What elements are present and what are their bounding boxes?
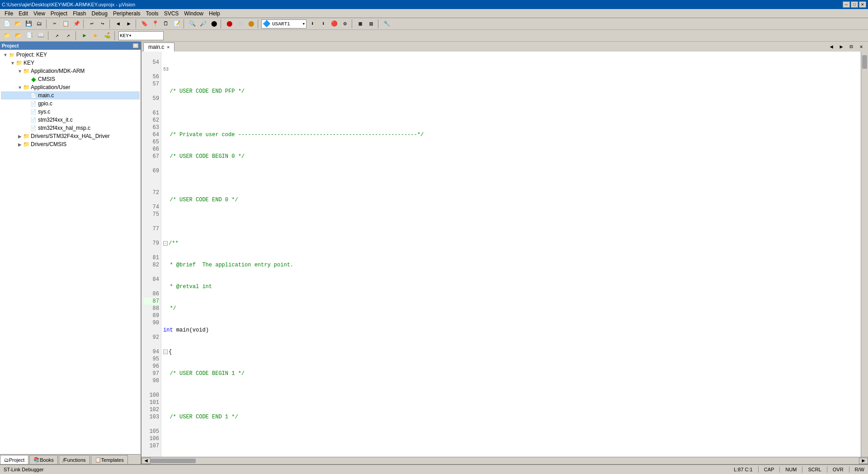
tree-stm32hal[interactable]: 📄 stm32f4xx_hal_msp.c — [1, 124, 140, 132]
expand-btn[interactable]: ↗ — [63, 31, 73, 41]
target-combo2[interactable]: KEY ▾ — [118, 31, 164, 40]
navigate-back-btn[interactable]: ◀ — [113, 19, 123, 29]
tab-close2-btn[interactable]: ✕ — [856, 42, 866, 52]
tree-app-user-toggle[interactable]: ▼ — [17, 85, 23, 90]
collapse-66[interactable]: − — [163, 350, 168, 354]
minimize-button[interactable]: ─ — [843, 1, 850, 8]
status-debugger: ST-Link Debugger — [4, 467, 44, 472]
toolbar1: 📄 📂 💾 🗂 ✂ 📋 📌 ↩ ↪ ◀ ▶ 🔖 📍 🗒 📝 🔍 🔎 ⬤ ⬤ ⬤ … — [0, 18, 868, 30]
menu-flash[interactable]: Flash — [70, 9, 89, 18]
download2-btn[interactable]: ⬇ — [318, 19, 328, 29]
project-panel-header: Project ✕ — [0, 42, 141, 50]
compile2-btn[interactable]: ⬤ — [235, 19, 245, 29]
inc-btn[interactable]: 📂 — [13, 31, 23, 41]
scroll-right-btn[interactable]: ▶ — [859, 458, 868, 464]
save-all-btn[interactable]: 🗂 — [34, 19, 44, 29]
tree-app-mdk-label: Application/MDK-ARM — [31, 68, 85, 74]
tree-main-c[interactable]: 📄 main.c — [1, 91, 140, 100]
menu-help[interactable]: Help — [206, 9, 223, 18]
tree-root-toggle[interactable]: ▼ — [3, 52, 8, 57]
bookmark-btn[interactable]: 🔖 — [139, 19, 149, 29]
bottom-scrollbar[interactable]: ◀ ▶ — [142, 457, 868, 464]
save-btn[interactable]: 💾 — [24, 19, 33, 29]
menu-edit[interactable]: Edit — [16, 9, 31, 18]
new-file-btn[interactable]: 📄 — [2, 19, 12, 29]
menu-window[interactable]: Window — [181, 9, 206, 18]
options-btn[interactable]: ▦ — [355, 19, 365, 29]
help-btn[interactable]: 📖 — [36, 31, 46, 41]
tree-cmsis[interactable]: ◆ CMSIS — [1, 75, 140, 83]
tool-btn[interactable]: 🔧 — [382, 19, 392, 29]
tab-pin-left[interactable]: ◀ — [826, 42, 836, 52]
settings-btn[interactable]: ⚙ — [340, 19, 350, 29]
compile-btn[interactable]: ⬤ — [224, 19, 234, 29]
tree-key-toggle[interactable]: ▼ — [10, 60, 15, 66]
tree-gpio-c[interactable]: 📄 gpio.c — [1, 100, 140, 108]
code-editor[interactable]: 53 /* USER CODE END PFP */ /* Private us… — [161, 52, 861, 457]
code-tab-close[interactable]: × — [167, 45, 170, 50]
cut-btn[interactable]: ✂ — [50, 19, 60, 29]
code-line: * @retval int — [163, 283, 859, 290]
arrow-btn[interactable]: ↗ — [52, 31, 62, 41]
menu-view[interactable]: View — [31, 9, 48, 18]
title-bar: C:\Users\ajie\Desktop\KEY\MDK-ARM\KEY.uv… — [0, 0, 868, 9]
tree-key[interactable]: ▼ 📁 KEY — [1, 59, 140, 67]
search3-btn[interactable]: ⬤ — [209, 19, 219, 29]
search-btn[interactable]: 🔍 — [187, 19, 197, 29]
tree-app-user-label: Application/User — [31, 84, 70, 90]
target-combo[interactable]: 🔷 USART1 ▾ — [261, 19, 307, 28]
tree-root-label: Project: KEY — [16, 52, 47, 58]
menu-file[interactable]: File — [2, 9, 16, 18]
debug-blue-btn[interactable]: ⛳ — [102, 31, 112, 41]
tree-sys-c[interactable]: 📄 sys.c — [1, 108, 140, 116]
code-tab-main-c[interactable]: main.c × — [143, 43, 175, 52]
download-btn[interactable]: ⬇ — [307, 19, 317, 29]
panel-close-btn[interactable]: ✕ — [132, 43, 139, 48]
copy-btn[interactable]: 📋 — [61, 19, 71, 29]
redo-btn[interactable]: ↪ — [98, 19, 108, 29]
open-btn[interactable]: 📂 — [13, 19, 23, 29]
tree-drivers-hal[interactable]: ▶ 📁 Drivers/STM32F4xx_HAL_Driver — [1, 132, 140, 140]
proj-btn[interactable]: 📁 — [2, 31, 12, 41]
menu-project[interactable]: Project — [48, 9, 70, 18]
tree-drivers-hal-toggle[interactable]: ▶ — [17, 133, 23, 139]
compile3-btn[interactable]: ⬤ — [246, 19, 256, 29]
status-bar: ST-Link Debugger L:87 C:1 CAP NUM SCRL O… — [0, 464, 868, 474]
tab-float-btn[interactable]: ⊡ — [846, 42, 856, 52]
tree-app-user[interactable]: ▼ 📁 Application/User — [1, 83, 140, 91]
undo-btn[interactable]: ↩ — [87, 19, 97, 29]
menu-debug[interactable]: Debug — [89, 9, 110, 18]
right-scrollbar[interactable] — [861, 52, 868, 457]
menu-peripherals[interactable]: Peripherals — [110, 9, 143, 18]
search2-btn[interactable]: 🔎 — [198, 19, 208, 29]
scroll-left-btn[interactable]: ◀ — [142, 458, 151, 464]
tree-drivers-cmsis-toggle[interactable]: ▶ — [17, 142, 23, 147]
collapse-61[interactable]: − — [163, 241, 168, 246]
close-button[interactable]: ✕ — [859, 1, 866, 8]
navigate-fwd-btn[interactable]: ▶ — [124, 19, 134, 29]
file-btn[interactable]: 📑 — [24, 31, 34, 41]
tree-drivers-cmsis[interactable]: ▶ 📁 Drivers/CMSIS — [1, 140, 140, 148]
tree-root[interactable]: ▼ 📁 Project: KEY — [1, 51, 140, 59]
tab-functions[interactable]: 𝑓 Functions — [59, 455, 90, 464]
tree-stm32it[interactable]: 📄 stm32f4xx_it.c — [1, 116, 140, 124]
tree-app-mdk-toggle[interactable]: ▼ — [17, 68, 23, 74]
tab-books[interactable]: 📚 Books — [29, 455, 58, 464]
debug-btn[interactable]: 🔴 — [329, 19, 339, 29]
bookmark2-btn[interactable]: 📍 — [150, 19, 160, 29]
menu-tools[interactable]: Tools — [143, 9, 161, 18]
bookmark3-btn[interactable]: 🗒 — [161, 19, 171, 29]
code-area[interactable]: 54 56 57 59 61 62 63 64 65 66 67 69 72 — [142, 52, 868, 457]
tab-templates[interactable]: 📋 Templates — [91, 455, 128, 464]
debug-orange-btn[interactable]: ▶ — [91, 31, 101, 41]
options2-btn[interactable]: ▤ — [366, 19, 376, 29]
tab-project[interactable]: 🗂 Project — [0, 455, 28, 464]
tree-key-icon: 📁 — [15, 59, 23, 66]
paste-btn[interactable]: 📌 — [71, 19, 81, 29]
bookmark4-btn[interactable]: 📝 — [172, 19, 182, 29]
debug-green-btn[interactable]: ▶ — [80, 31, 90, 41]
menu-svcs[interactable]: SVCS — [161, 9, 182, 18]
tab-pin-right[interactable]: ▶ — [836, 42, 846, 52]
tree-app-mdk[interactable]: ▼ 📁 Application/MDK-ARM — [1, 67, 140, 75]
restore-button[interactable]: □ — [851, 1, 858, 8]
